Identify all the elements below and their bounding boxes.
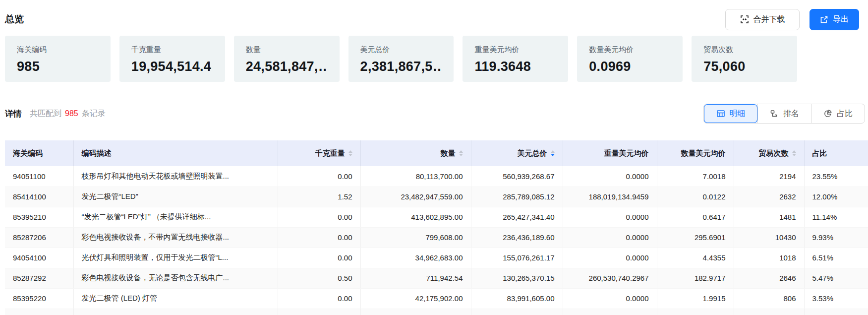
merge-download-label: 合并下载 [753,14,785,25]
sort-caret-down-icon[interactable] [551,154,555,156]
column-label: 数量 [441,149,456,158]
cell-数量美元均价: 1.9915 [657,288,734,309]
sort-caret-up-icon[interactable] [459,150,463,153]
cell-重量美元均价: 188,019,134.9459 [563,187,657,207]
sort-control[interactable] [792,150,796,156]
cell-数量: 711,942.54 [360,268,471,288]
table-row-clipped [5,309,868,315]
table-row[interactable]: 85287206彩色电视接收设备，不带内置无线电接收器...0.00799,60… [5,227,868,248]
column-label: 贸易次数 [759,149,789,158]
column-header-数量[interactable]: 数量 [360,140,471,166]
cell-重量美元均价: 0.0000 [563,248,657,268]
stat-label: 海关编码 [17,45,99,55]
ranking-icon [770,109,779,118]
sort-caret-down-icon[interactable] [792,154,796,156]
cell-海关编码: 85395220 [5,288,73,309]
cell-重量美元均价: 0.0000 [563,166,657,187]
cell-美元总价: 236,436,189.60 [471,227,563,248]
cell-编码描述: 枝形吊灯和其他电动天花板或墙壁照明装置... [73,166,278,187]
cell-美元总价: 560,939,268.67 [471,166,563,187]
stat-card: 贸易次数75,060 [692,36,797,82]
column-header-贸易次数[interactable]: 贸易次数 [734,140,804,166]
sort-caret-up-icon[interactable] [792,150,796,153]
tab-label: 排名 [783,109,799,119]
table-icon [716,109,725,118]
cell-empty [804,309,868,315]
export-label: 导出 [833,14,849,25]
stat-label: 美元总价 [360,45,442,55]
cell-美元总价: 130,265,370.15 [471,268,563,288]
table-header-row: 海关编码编码描述千克重量数量美元总价重量美元均价数量美元均价贸易次数占比 [5,140,868,166]
column-label: 数量美元均价 [681,149,726,158]
sort-control[interactable] [459,150,463,156]
cell-贸易次数: 1481 [734,207,804,227]
stat-card: 数量24,581,847,… [234,36,340,82]
cell-占比: 5.47% [804,268,868,288]
column-label: 海关编码 [13,149,43,158]
cell-编码描述: 彩色电视接收设备，不带内置无线电接收器... [73,227,278,248]
cell-千克重量: 0.50 [278,268,360,288]
match-summary: 共匹配到985条记录 [30,109,106,119]
cell-编码描述: 发光二极管 (LED) 灯管 [73,288,278,309]
column-header-编码描述: 编码描述 [73,140,278,166]
tab-占比[interactable]: 占比 [811,104,865,123]
merge-download-button[interactable]: 合并下载 [725,9,800,30]
cell-数量: 80,113,700.00 [360,166,471,187]
column-header-美元总价[interactable]: 美元总价 [471,140,563,166]
stat-value: 19,954,514.4 [131,59,213,74]
cell-empty [657,309,734,315]
cell-数量: 42,175,902.00 [360,288,471,309]
cell-编码描述: 光伏灯具和照明装置，仅用于发光二极管“L... [73,248,278,268]
table-row[interactable]: 94054100光伏灯具和照明装置，仅用于发光二极管“L...0.0034,96… [5,248,868,268]
cell-占比: 9.93% [804,227,868,248]
stat-value: 119.3648 [474,59,556,74]
column-header-占比: 占比 [804,140,868,166]
tab-排名[interactable]: 排名 [757,104,811,123]
cell-海关编码: 85414100 [5,187,73,207]
sort-caret-down-icon[interactable] [459,154,463,156]
sort-caret-up-icon[interactable] [551,150,555,153]
table-row[interactable]: 85395210“发光二极管“LED”灯” （未提供详细标...0.00413,… [5,207,868,227]
cell-海关编码: 94051100 [5,166,73,187]
stat-value: 24,581,847,… [246,59,328,74]
table-row[interactable]: 85287292彩色电视接收设备，无论是否包含无线电广...0.50711,94… [5,268,868,288]
cell-empty [73,309,278,315]
sort-caret-down-icon[interactable] [348,154,352,156]
table-row[interactable]: 94051100枝形吊灯和其他电动天花板或墙壁照明装置...0.0080,113… [5,166,868,187]
cell-编码描述: 发光二极管“LED” [73,187,278,207]
table-row[interactable]: 85395220发光二极管 (LED) 灯管0.0042,175,902.008… [5,288,868,309]
cell-海关编码: 85287206 [5,227,73,248]
cell-占比: 11.14% [804,207,868,227]
cell-千克重量: 0.00 [278,166,360,187]
overview-stat-cards: 海关编码985千克重量19,954,514.4数量24,581,847,…美元总… [5,36,797,82]
cell-占比: 23.55% [804,166,868,187]
sort-caret-up-icon[interactable] [348,150,352,153]
export-button[interactable]: 导出 [810,9,859,30]
cell-贸易次数: 2646 [734,268,804,288]
cell-empty [563,309,657,315]
cell-empty [5,309,73,315]
cell-编码描述: “发光二极管“LED”灯” （未提供详细标... [73,207,278,227]
column-header-数量美元均价: 数量美元均价 [657,140,734,166]
sort-control[interactable] [551,150,555,156]
cell-数量美元均价: 0.6417 [657,207,734,227]
cell-重量美元均价: 0.0000 [563,288,657,309]
export-icon [820,15,828,24]
cell-贸易次数: 10430 [734,227,804,248]
cell-贸易次数: 2632 [734,187,804,207]
cell-数量: 413,602,895.00 [360,207,471,227]
cell-贸易次数: 1018 [734,248,804,268]
column-header-千克重量[interactable]: 千克重量 [278,140,360,166]
table-row[interactable]: 85414100发光二极管“LED”1.5223,482,947,559.002… [5,187,868,207]
stat-card: 数量美元均价0.0969 [577,36,683,82]
cell-empty [360,309,471,315]
match-count: 985 [65,109,78,118]
cell-占比: 6.51% [804,248,868,268]
cell-empty [471,309,563,315]
match-prefix: 共匹配到 [30,109,61,118]
column-label: 占比 [812,149,827,158]
stat-label: 数量 [246,45,328,55]
cell-千克重量: 0.00 [278,207,360,227]
tab-明细[interactable]: 明细 [704,104,757,123]
sort-control[interactable] [348,150,352,156]
